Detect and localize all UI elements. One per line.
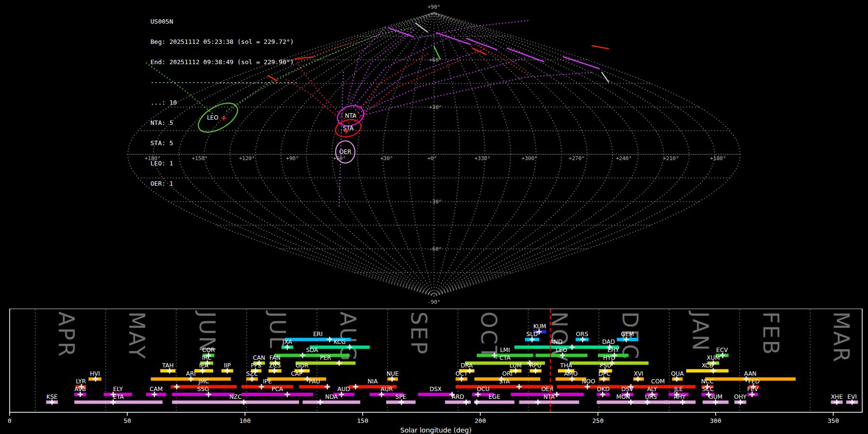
- meteor-trail-dotted: [356, 48, 487, 110]
- shower-label-XCB: XCB: [702, 362, 713, 369]
- meteor-trail-solid: [507, 48, 544, 62]
- shower-label-AND: AND: [550, 339, 562, 345]
- shower-label-ARI: ARI: [186, 370, 196, 377]
- radiant-label-STA: STA: [343, 125, 354, 132]
- meteor-trail-dotted: [361, 72, 593, 116]
- shower-label-NIA: NIA: [367, 378, 378, 385]
- shower-label-COM: COM: [651, 378, 665, 385]
- peak-marker-AVB: [78, 392, 83, 397]
- peak-marker-TAH: [167, 368, 172, 374]
- shower-label-IEA: IEA: [199, 362, 209, 369]
- peak-marker-AHY: [680, 400, 685, 405]
- shower-label-NDA: NDA: [325, 393, 338, 400]
- shower-label-IIP: IIP: [224, 362, 231, 369]
- peak-marker-AUR: [379, 392, 384, 397]
- lat-label: -30°: [429, 199, 442, 205]
- shower-bar-AHY: [664, 401, 696, 404]
- count-nta: NTA: 5: [150, 120, 298, 126]
- shower-label-IPE: IPE: [263, 378, 271, 385]
- count-leo: LEO: 1: [150, 160, 298, 167]
- shower-label-DRA: DRA: [461, 362, 473, 369]
- month-label-FEB: FEB: [759, 312, 783, 356]
- peak-marker-LUM: [513, 368, 518, 374]
- peak-marker-NOO: [585, 384, 590, 390]
- shower-bar-PCA: [242, 393, 313, 396]
- shower-label-NOO: NOO: [582, 378, 596, 385]
- peak-marker-XHE: [834, 400, 840, 405]
- meteor-trail-solid: [295, 57, 313, 59]
- shower-label-TAH: TAH: [162, 362, 174, 369]
- shower-label-GEM: GEM: [621, 331, 634, 338]
- month-label-MAR: MAR: [829, 312, 854, 364]
- count-sporadic: ...: 10: [150, 99, 298, 106]
- shower-label-STA: STA: [499, 378, 510, 385]
- month-label-MAY: MAY: [124, 312, 149, 360]
- peak-marker-ZCS: [272, 368, 277, 374]
- peak-marker-NZC: [241, 400, 246, 405]
- shower-label-LUM: LUM: [510, 362, 522, 369]
- shower-label-JXA: JXA: [282, 339, 293, 345]
- shower-label-XHE: XHE: [831, 393, 843, 400]
- month-label-SEP: SEP: [407, 312, 431, 355]
- peak-marker-IPE: [259, 384, 264, 390]
- shower-label-SPE: SPE: [395, 393, 406, 400]
- lat-label: +60°: [429, 57, 442, 63]
- shower-label-AUR: AUR: [380, 386, 393, 393]
- shower-label-JMC: JMC: [198, 378, 209, 385]
- shower-label-CTA: CTA: [500, 354, 511, 361]
- shower-label-AMO: AMO: [564, 370, 578, 377]
- shower-label-SZC: SZC: [246, 370, 258, 377]
- shower-label-MON: MON: [616, 393, 630, 400]
- separator-line: ---------------------------------------: [150, 79, 298, 86]
- meteor-trail-solid: [467, 39, 497, 50]
- meteor-trail-dotted: [339, 72, 343, 207]
- peak-marker-SDA: [300, 353, 305, 358]
- shower-label-PER: PER: [320, 354, 331, 361]
- peak-marker-XVI: [635, 377, 640, 382]
- shower-label-EHY: EHY: [608, 347, 620, 353]
- shower-label-PPS: PPS: [251, 362, 261, 369]
- activity-timeline: APRMAYJUNJULAUGSEPOCTNOVDECJANFEBMARKUME…: [0, 309, 868, 434]
- begin-time: Beg: 20251112 05:23:38 (sol = 229.72°): [150, 39, 298, 45]
- peak-marker-PAU: [325, 384, 330, 390]
- peak-marker-PCA: [285, 392, 290, 397]
- x-tick-label-200: 200: [475, 417, 486, 424]
- shower-label-NTA: NTA: [543, 393, 555, 400]
- shower-bar-ETA: [74, 401, 163, 404]
- shower-label-AUD: AUD: [338, 386, 350, 393]
- pole-label-south: -90°: [428, 299, 441, 305]
- x-tick-label-150: 150: [357, 417, 368, 424]
- peak-marker-OHY: [738, 400, 743, 405]
- peak-marker-MON: [628, 400, 634, 405]
- shower-label-SLD: SLD: [527, 331, 538, 338]
- peak-marker-RPU: [533, 368, 538, 374]
- peak-marker-ARD: [463, 400, 469, 405]
- station-id: US005N: [150, 18, 298, 25]
- shower-label-DAD: DAD: [602, 339, 615, 345]
- shower-bar-NDA: [303, 401, 361, 404]
- lon-label: +60°: [333, 155, 346, 162]
- peak-marker-SPE: [399, 400, 404, 405]
- x-tick-label-350: 350: [827, 417, 839, 424]
- shower-bar-NTA: [519, 401, 579, 404]
- shower-label-SDA: SDA: [306, 347, 319, 353]
- shower-label-QUA: QUA: [671, 370, 684, 377]
- shower-label-IRC: IRC: [202, 354, 212, 361]
- shower-label-OHY: OHY: [734, 393, 746, 400]
- peak-marker-ORS: [580, 337, 585, 342]
- peak-marker-SLD: [529, 337, 535, 342]
- shower-label-KSE: KSE: [46, 393, 57, 400]
- month-label-JAN: JAN: [688, 310, 713, 352]
- lon-label: +180°: [710, 155, 726, 162]
- shower-label-SCC: SCC: [702, 386, 714, 393]
- shower-bar-DSX: [418, 393, 453, 396]
- shower-label-XUM: XUM: [706, 354, 719, 361]
- lat-label: -60°: [429, 246, 442, 252]
- shower-bar-SSG: [172, 393, 234, 396]
- meteor-trail-dotted: [352, 53, 429, 120]
- shower-bar-SDA: [274, 354, 350, 357]
- lon-label: +240°: [616, 155, 632, 162]
- shower-label-LEO: LEO: [556, 347, 568, 353]
- shower-label-CAM: CAM: [149, 386, 163, 393]
- peak-marker-OCT: [459, 377, 464, 382]
